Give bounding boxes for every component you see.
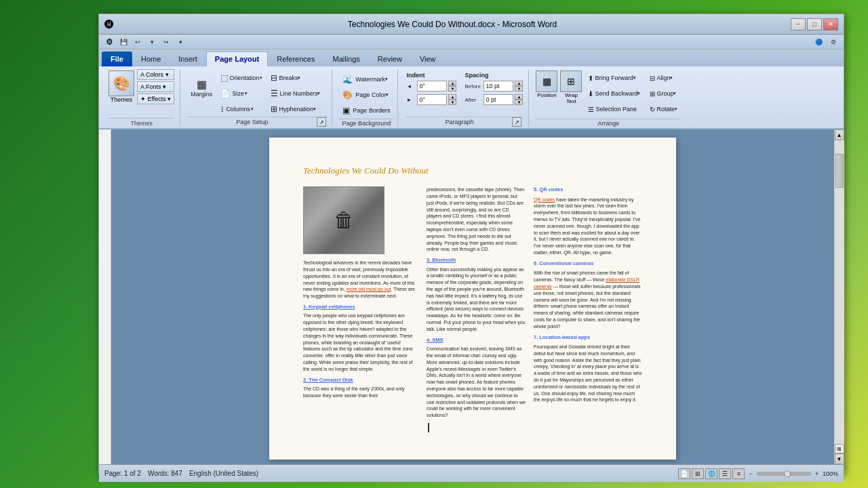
split-button[interactable]: ⊞ (835, 444, 844, 453)
arrange-buttons: ▦ Position ⊞ WrapText ⬆ Bring Forward ▾ (536, 69, 681, 117)
view-buttons: 📄 ⊞ 🌐 ☰ ≡ (678, 468, 745, 479)
margins-icon: ▦ (197, 78, 207, 91)
section-2-text: The CD was a thing of the early 2000s, a… (303, 386, 418, 399)
spacing-after-down[interactable]: ▼ (515, 100, 523, 105)
spacing-after-input[interactable]: 0 pt (484, 94, 513, 105)
group-button[interactable]: ⊞ Group ▾ (646, 86, 681, 101)
spacing-before-up[interactable]: ▲ (515, 81, 523, 86)
web-layout-button[interactable]: 🌐 (705, 468, 717, 479)
ribbon: File Home Insert Page Layout References … (99, 49, 844, 129)
redo-button[interactable]: ↪ (160, 36, 172, 48)
restore-button[interactable]: □ (807, 18, 822, 30)
paragraph-expand[interactable]: ↗ (512, 117, 521, 127)
scroll-track[interactable] (835, 140, 844, 444)
spacing-after-up[interactable]: ▲ (515, 94, 523, 100)
tab-mailings[interactable]: Mailings (323, 52, 368, 66)
tab-insert[interactable]: Insert (170, 52, 206, 66)
align-label: Align (656, 75, 670, 81)
customize-qa-button[interactable]: ▾ (174, 36, 186, 48)
linenumbers-button[interactable]: ☰ Line Numbers ▾ (267, 86, 323, 101)
indent-right-up[interactable]: ▲ (448, 94, 456, 100)
position-label: Position (537, 92, 556, 98)
indent-left-label: ◄ (406, 83, 416, 89)
margins-button[interactable]: ▦ Margins (187, 70, 216, 104)
tab-home[interactable]: Home (132, 52, 170, 66)
breaks-arrow: ▾ (298, 75, 300, 81)
undo-dropdown[interactable]: ▾ (146, 36, 158, 48)
bringforward-button[interactable]: ⬆ Bring Forward ▾ (585, 70, 644, 85)
size-icon: 📄 (220, 89, 231, 98)
section-6-text: With the rise of smart phones came the f… (534, 270, 642, 329)
indent-column: Indent ◄ 0° ▲ ▼ ► (406, 72, 456, 106)
indent-right-input[interactable]: 0° (417, 94, 447, 105)
word-icon: 🅦 (103, 36, 115, 48)
section-4-text: Communication has evolved, leaving SMS a… (427, 346, 526, 419)
wraptxt-button[interactable]: ⊞ WrapText (560, 70, 582, 117)
scroll-down-button[interactable]: ▼ (835, 453, 844, 464)
watermark-label: Watermark (355, 76, 385, 83)
print-layout-button[interactable]: 📄 (678, 468, 690, 479)
pagecolor-button[interactable]: 🎨 Page Color ▾ (339, 87, 393, 102)
draft-button[interactable]: ≡ (732, 468, 745, 479)
orientation-arrow: ▾ (260, 75, 262, 81)
theme-effects-button[interactable]: ✦ Effects ▾ (137, 94, 174, 104)
close-button[interactable]: ✕ (823, 18, 838, 30)
watermark-button[interactable]: 🌊 Watermark ▾ (339, 72, 393, 87)
section-7-num: 7. Location-based apps (534, 334, 642, 342)
spacing-after-val: 0 pt (486, 96, 496, 103)
group-arrow: ▾ (673, 91, 676, 96)
indent-right-down[interactable]: ▼ (448, 100, 456, 105)
section-5-num: 5. QR codes (534, 186, 642, 194)
tab-file[interactable]: File (102, 52, 132, 66)
indent-left-input[interactable]: 0° (417, 81, 447, 92)
columns-arrow: ▾ (251, 106, 254, 112)
spacing-before-input[interactable]: 10 pt (484, 81, 513, 92)
help-icon[interactable]: 🔵 (812, 36, 825, 48)
outline-button[interactable]: ☰ (719, 468, 731, 479)
breaks-button[interactable]: ⊟ Breaks ▾ (267, 70, 323, 85)
page-setup-expand[interactable]: ↗ (317, 117, 326, 127)
scroll-up-button[interactable]: ▲ (835, 129, 844, 140)
pageborders-icon: ▣ (342, 106, 350, 115)
tab-references[interactable]: References (268, 52, 323, 66)
hyphenation-button[interactable]: ⊞ Hyphenation ▾ (267, 102, 323, 117)
tab-review[interactable]: Review (369, 52, 411, 66)
position-button[interactable]: ▦ Position (536, 70, 557, 117)
options-button[interactable]: ⚙ (827, 36, 840, 48)
bringforward-icon: ⬆ (588, 75, 593, 82)
theme-fonts-button[interactable]: A Fonts ▾ (137, 81, 174, 92)
size-button[interactable]: 📄 Size ▾ (217, 86, 266, 101)
window-controls: − □ ✕ (791, 18, 838, 30)
pageborders-button[interactable]: ▣ Page Borders (339, 103, 393, 118)
themes-label: Themes (111, 96, 133, 103)
zoom-level[interactable]: 100% (823, 470, 838, 477)
spacing-label: Spacing (465, 72, 523, 79)
save-button[interactable]: 💾 (117, 36, 130, 48)
zoom-plus[interactable]: + (815, 470, 818, 477)
indent-left-up[interactable]: ▲ (448, 81, 456, 86)
document-page: Technologies We Could Do Without 🗑 Techn… (269, 138, 676, 460)
themes-button[interactable]: 🎨 Themes (108, 70, 134, 103)
align-button[interactable]: ⊟ Align ▾ (646, 70, 681, 85)
linenumbers-icon: ☰ (271, 89, 278, 98)
orientation-button[interactable]: ⬚ Orientation ▾ (217, 70, 266, 85)
indent-left-down[interactable]: ▼ (448, 86, 456, 92)
full-screen-button[interactable]: ⊞ (692, 468, 704, 479)
scroll-thumb[interactable] (835, 154, 844, 188)
linenumbers-arrow: ▾ (317, 91, 320, 96)
minimize-button[interactable]: − (791, 18, 806, 30)
selectionpane-button[interactable]: ☰ Selection Pane (585, 102, 644, 117)
undo-button[interactable]: ↩ (132, 36, 144, 48)
zoom-minus[interactable]: − (749, 470, 752, 477)
sendbackward-button[interactable]: ⬇ Send Backward ▾ (585, 86, 644, 101)
tab-pagelayout[interactable]: Page Layout (206, 52, 268, 66)
zoom-slider[interactable] (757, 472, 811, 476)
theme-colors-button[interactable]: A Colors ▾ (137, 69, 174, 80)
rotate-label: Rotate (656, 106, 675, 113)
section-2-cont: predecessors, the cassette tape (shriek)… (427, 186, 526, 253)
tab-view[interactable]: View (411, 52, 445, 66)
columns-button[interactable]: ⫶ Columns ▾ (217, 102, 266, 117)
indent-left-row: ◄ 0° ▲ ▼ (406, 79, 456, 93)
spacing-before-down[interactable]: ▼ (515, 86, 523, 92)
rotate-button[interactable]: ↻ Rotate ▾ (646, 102, 681, 117)
